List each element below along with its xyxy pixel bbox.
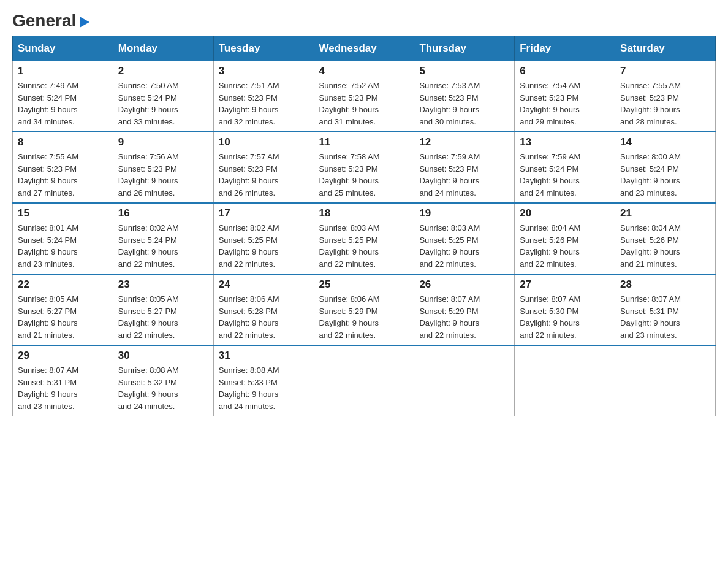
day-number: 22 (18, 278, 108, 291)
day-info: Sunrise: 7:59 AM Sunset: 5:23 PM Dayligh… (419, 151, 509, 199)
day-info: Sunrise: 8:07 AM Sunset: 5:31 PM Dayligh… (18, 364, 108, 412)
day-number: 10 (219, 136, 309, 148)
day-number: 20 (520, 207, 610, 220)
day-info: Sunrise: 7:58 AM Sunset: 5:23 PM Dayligh… (319, 151, 409, 199)
weekday-header-saturday: Saturday (615, 36, 716, 61)
calendar-cell: 10 Sunrise: 7:57 AM Sunset: 5:23 PM Dayl… (213, 132, 314, 203)
calendar-cell: 18 Sunrise: 8:03 AM Sunset: 5:25 PM Dayl… (314, 203, 414, 274)
calendar-cell: 17 Sunrise: 8:02 AM Sunset: 5:25 PM Dayl… (213, 203, 314, 274)
day-info: Sunrise: 7:55 AM Sunset: 5:23 PM Dayligh… (18, 151, 108, 199)
calendar-week-row: 8 Sunrise: 7:55 AM Sunset: 5:23 PM Dayli… (13, 132, 716, 203)
day-number: 7 (620, 65, 710, 77)
calendar-cell: 22 Sunrise: 8:05 AM Sunset: 5:27 PM Dayl… (13, 274, 113, 345)
day-number: 9 (118, 136, 208, 148)
day-number: 18 (319, 207, 409, 220)
weekday-header-friday: Friday (515, 36, 615, 61)
day-info: Sunrise: 7:49 AM Sunset: 5:24 PM Dayligh… (18, 80, 108, 128)
calendar-cell: 25 Sunrise: 8:06 AM Sunset: 5:29 PM Dayl… (314, 274, 414, 345)
day-info: Sunrise: 8:04 AM Sunset: 5:26 PM Dayligh… (620, 222, 710, 270)
day-number: 13 (520, 136, 610, 148)
day-info: Sunrise: 8:00 AM Sunset: 5:24 PM Dayligh… (620, 151, 710, 199)
day-info: Sunrise: 7:54 AM Sunset: 5:23 PM Dayligh… (520, 80, 610, 128)
day-info: Sunrise: 8:05 AM Sunset: 5:27 PM Dayligh… (118, 293, 208, 341)
day-number: 4 (319, 65, 409, 77)
calendar-cell: 4 Sunrise: 7:52 AM Sunset: 5:23 PM Dayli… (314, 61, 414, 132)
calendar-cell: 16 Sunrise: 8:02 AM Sunset: 5:24 PM Dayl… (113, 203, 213, 274)
calendar-week-row: 22 Sunrise: 8:05 AM Sunset: 5:27 PM Dayl… (13, 274, 716, 345)
logo-arrow-icon (77, 15, 91, 29)
calendar-cell: 2 Sunrise: 7:50 AM Sunset: 5:24 PM Dayli… (113, 61, 213, 132)
calendar-cell: 6 Sunrise: 7:54 AM Sunset: 5:23 PM Dayli… (515, 61, 615, 132)
calendar-cell: 8 Sunrise: 7:55 AM Sunset: 5:23 PM Dayli… (13, 132, 113, 203)
day-number: 21 (620, 207, 710, 220)
calendar-cell: 29 Sunrise: 8:07 AM Sunset: 5:31 PM Dayl… (13, 345, 113, 416)
day-number: 5 (419, 65, 509, 77)
calendar-cell: 15 Sunrise: 8:01 AM Sunset: 5:24 PM Dayl… (13, 203, 113, 274)
day-info: Sunrise: 8:07 AM Sunset: 5:30 PM Dayligh… (520, 293, 610, 341)
calendar-header-row: SundayMondayTuesdayWednesdayThursdayFrid… (13, 36, 716, 61)
day-number: 2 (118, 65, 208, 77)
day-number: 3 (219, 65, 309, 77)
day-number: 23 (118, 278, 208, 291)
weekday-header-thursday: Thursday (414, 36, 515, 61)
weekday-header-tuesday: Tuesday (213, 36, 314, 61)
day-info: Sunrise: 8:03 AM Sunset: 5:25 PM Dayligh… (419, 222, 509, 270)
day-number: 6 (520, 65, 610, 77)
day-number: 31 (219, 350, 309, 362)
day-number: 17 (219, 207, 309, 220)
day-info: Sunrise: 8:02 AM Sunset: 5:25 PM Dayligh… (219, 222, 309, 270)
day-info: Sunrise: 8:07 AM Sunset: 5:29 PM Dayligh… (419, 293, 509, 341)
weekday-header-sunday: Sunday (13, 36, 113, 61)
calendar-cell: 20 Sunrise: 8:04 AM Sunset: 5:26 PM Dayl… (515, 203, 615, 274)
page-header: General (12, 12, 716, 29)
day-info: Sunrise: 8:08 AM Sunset: 5:33 PM Dayligh… (219, 364, 309, 412)
day-info: Sunrise: 8:05 AM Sunset: 5:27 PM Dayligh… (18, 293, 108, 341)
calendar-table: SundayMondayTuesdayWednesdayThursdayFrid… (12, 36, 716, 416)
day-number: 12 (419, 136, 509, 148)
calendar-cell: 30 Sunrise: 8:08 AM Sunset: 5:32 PM Dayl… (113, 345, 213, 416)
day-info: Sunrise: 7:53 AM Sunset: 5:23 PM Dayligh… (419, 80, 509, 128)
day-number: 16 (118, 207, 208, 220)
logo: General (12, 12, 91, 29)
day-number: 15 (18, 207, 108, 220)
calendar-cell: 12 Sunrise: 7:59 AM Sunset: 5:23 PM Dayl… (414, 132, 515, 203)
day-info: Sunrise: 8:06 AM Sunset: 5:29 PM Dayligh… (319, 293, 409, 341)
day-info: Sunrise: 8:08 AM Sunset: 5:32 PM Dayligh… (118, 364, 208, 412)
calendar-cell: 5 Sunrise: 7:53 AM Sunset: 5:23 PM Dayli… (414, 61, 515, 132)
calendar-cell: 23 Sunrise: 8:05 AM Sunset: 5:27 PM Dayl… (113, 274, 213, 345)
day-number: 29 (18, 350, 108, 362)
calendar-cell: 28 Sunrise: 8:07 AM Sunset: 5:31 PM Dayl… (615, 274, 716, 345)
calendar-cell (615, 345, 716, 416)
calendar-cell: 9 Sunrise: 7:56 AM Sunset: 5:23 PM Dayli… (113, 132, 213, 203)
calendar-cell: 7 Sunrise: 7:55 AM Sunset: 5:23 PM Dayli… (615, 61, 716, 132)
svg-marker-0 (80, 17, 89, 28)
weekday-header-wednesday: Wednesday (314, 36, 414, 61)
day-number: 27 (520, 278, 610, 291)
calendar-week-row: 15 Sunrise: 8:01 AM Sunset: 5:24 PM Dayl… (13, 203, 716, 274)
calendar-week-row: 29 Sunrise: 8:07 AM Sunset: 5:31 PM Dayl… (13, 345, 716, 416)
day-number: 24 (219, 278, 309, 291)
calendar-cell: 1 Sunrise: 7:49 AM Sunset: 5:24 PM Dayli… (13, 61, 113, 132)
day-info: Sunrise: 7:56 AM Sunset: 5:23 PM Dayligh… (118, 151, 208, 199)
calendar-cell: 21 Sunrise: 8:04 AM Sunset: 5:26 PM Dayl… (615, 203, 716, 274)
calendar-cell: 26 Sunrise: 8:07 AM Sunset: 5:29 PM Dayl… (414, 274, 515, 345)
day-info: Sunrise: 7:57 AM Sunset: 5:23 PM Dayligh… (219, 151, 309, 199)
logo-general: General (12, 11, 76, 30)
calendar-cell: 11 Sunrise: 7:58 AM Sunset: 5:23 PM Dayl… (314, 132, 414, 203)
day-number: 1 (18, 65, 108, 77)
calendar-cell: 3 Sunrise: 7:51 AM Sunset: 5:23 PM Dayli… (213, 61, 314, 132)
calendar-cell: 13 Sunrise: 7:59 AM Sunset: 5:24 PM Dayl… (515, 132, 615, 203)
calendar-cell: 27 Sunrise: 8:07 AM Sunset: 5:30 PM Dayl… (515, 274, 615, 345)
day-number: 30 (118, 350, 208, 362)
calendar-cell: 31 Sunrise: 8:08 AM Sunset: 5:33 PM Dayl… (213, 345, 314, 416)
calendar-cell: 19 Sunrise: 8:03 AM Sunset: 5:25 PM Dayl… (414, 203, 515, 274)
calendar-cell (515, 345, 615, 416)
calendar-week-row: 1 Sunrise: 7:49 AM Sunset: 5:24 PM Dayli… (13, 61, 716, 132)
day-info: Sunrise: 8:02 AM Sunset: 5:24 PM Dayligh… (118, 222, 208, 270)
day-info: Sunrise: 8:01 AM Sunset: 5:24 PM Dayligh… (18, 222, 108, 270)
day-number: 26 (419, 278, 509, 291)
day-info: Sunrise: 8:04 AM Sunset: 5:26 PM Dayligh… (520, 222, 610, 270)
day-number: 8 (18, 136, 108, 148)
day-info: Sunrise: 7:50 AM Sunset: 5:24 PM Dayligh… (118, 80, 208, 128)
day-info: Sunrise: 8:06 AM Sunset: 5:28 PM Dayligh… (219, 293, 309, 341)
